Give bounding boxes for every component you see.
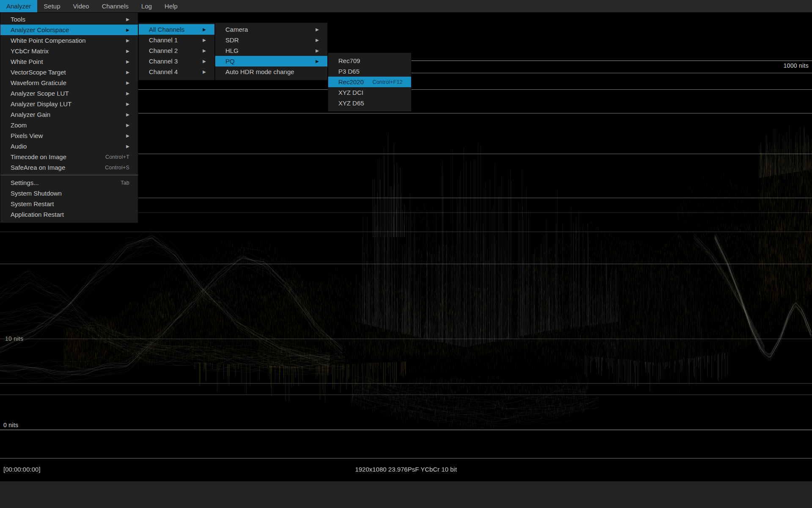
submenu-arrow-icon: ▶ bbox=[123, 134, 129, 138]
menu-item-label: XYZ DCI bbox=[338, 89, 363, 96]
submenu-arrow-icon: ▶ bbox=[123, 102, 129, 106]
menu-item-p3-d65[interactable]: P3 D65 bbox=[328, 66, 411, 77]
menu-item-analyzer-display-lut[interactable]: Analyzer Display LUT▶ bbox=[0, 99, 138, 109]
menu-item-analyzer-colorspace[interactable]: Analyzer Colorspace▶ bbox=[0, 25, 138, 35]
menu-item-auto-hdr-mode-change[interactable]: Auto HDR mode change bbox=[215, 66, 327, 77]
menu-item-white-point[interactable]: White Point▶ bbox=[0, 56, 138, 67]
menu-item-label: Camera bbox=[225, 26, 248, 33]
menu-item-label: YCbCr Matrix bbox=[11, 47, 49, 55]
shortcut-label: Control+F12 bbox=[373, 79, 403, 85]
menu-item-zoom[interactable]: Zoom▶ bbox=[0, 120, 138, 130]
shortcut-label: Control+S bbox=[105, 165, 129, 171]
submenu-arrow-icon: ▶ bbox=[123, 28, 129, 32]
menu-item-label: White Point Compensation bbox=[11, 37, 86, 44]
submenu-arrow-icon: ▶ bbox=[313, 38, 319, 42]
menu-item-channel-4[interactable]: Channel 4▶ bbox=[139, 66, 214, 77]
menu-item-label: Application Restart bbox=[11, 211, 64, 218]
menu-item-label: P3 D65 bbox=[338, 68, 359, 75]
menu-item-label: System Shutdown bbox=[11, 190, 62, 197]
submenu-arrow-icon: ▶ bbox=[200, 59, 206, 64]
submenu-arrow-icon: ▶ bbox=[200, 38, 206, 42]
submenu-arrow-icon: ▶ bbox=[123, 144, 129, 149]
menu-item-label: Pixels View bbox=[11, 132, 43, 139]
menu-item-ycbcr-matrix[interactable]: YCbCr Matrix▶ bbox=[0, 46, 138, 56]
menu-item-channel-3[interactable]: Channel 3▶ bbox=[139, 56, 214, 66]
menu-item-label: White Point bbox=[11, 58, 43, 65]
menu-item-label: Settings... bbox=[11, 179, 39, 186]
menu-item-rec2020[interactable]: Rec2020Control+F12 bbox=[328, 77, 411, 87]
menu-item-audio[interactable]: Audio▶ bbox=[0, 141, 138, 152]
analyzer-app-window: 1000 nits 10 nits 0 nits AnalyzerSetupVi… bbox=[0, 0, 812, 508]
menubar-item-channels[interactable]: Channels bbox=[96, 0, 135, 12]
menubar-item-analyzer[interactable]: Analyzer bbox=[0, 0, 37, 12]
menu-item-label: Timecode on Image bbox=[11, 153, 66, 160]
menu-item-safearea-on-image[interactable]: SafeArea on ImageControl+S bbox=[0, 162, 138, 173]
submenu-arrow-icon: ▶ bbox=[313, 49, 319, 53]
menu-item-label: All Channels bbox=[149, 26, 184, 33]
status-bar: [00:00:00:00] 1920x1080 23.976PsF YCbCr … bbox=[0, 461, 812, 477]
submenu-arrow-icon: ▶ bbox=[313, 28, 319, 32]
menu-item-xyz-d65[interactable]: XYZ D65 bbox=[328, 98, 411, 108]
menu-item-label: PQ bbox=[225, 58, 235, 65]
menu-item-white-point-compensation[interactable]: White Point Compensation▶ bbox=[0, 35, 138, 46]
menu-item-timecode-on-image[interactable]: Timecode on ImageControl+T bbox=[0, 152, 138, 162]
menu-item-all-channels[interactable]: All Channels▶ bbox=[139, 24, 214, 35]
menu-item-vectorscope-target[interactable]: VectorScope Target▶ bbox=[0, 67, 138, 77]
analyzer-menu-panel: Tools▶Analyzer Colorspace▶White Point Co… bbox=[0, 12, 138, 223]
menu-item-analyzer-scope-lut[interactable]: Analyzer Scope LUT▶ bbox=[0, 88, 138, 99]
menu-item-label: Zoom bbox=[11, 121, 27, 129]
menu-item-camera[interactable]: Camera▶ bbox=[215, 24, 327, 35]
submenu-arrow-icon: ▶ bbox=[123, 17, 129, 22]
menu-item-channel-1[interactable]: Channel 1▶ bbox=[139, 35, 214, 45]
menu-item-label: Rec2020 bbox=[338, 78, 364, 86]
menu-item-analyzer-gain[interactable]: Analyzer Gain▶ bbox=[0, 109, 138, 120]
submenu-arrow-icon: ▶ bbox=[200, 49, 206, 53]
submenu-arrow-icon: ▶ bbox=[123, 91, 129, 96]
menu-item-tools[interactable]: Tools▶ bbox=[0, 14, 138, 25]
menu-item-pq[interactable]: PQ▶ bbox=[215, 56, 327, 66]
menu-item-waveform-graticule[interactable]: Waveform Graticule▶ bbox=[0, 77, 138, 88]
submenu-arrow-icon: ▶ bbox=[200, 28, 206, 32]
shortcut-label: Control+T bbox=[105, 154, 129, 160]
menu-item-label: XYZ D65 bbox=[338, 99, 364, 107]
menu-item-label: VectorScope Target bbox=[11, 69, 66, 76]
menu-item-channel-2[interactable]: Channel 2▶ bbox=[139, 45, 214, 56]
menu-item-label: Waveform Graticule bbox=[11, 79, 66, 86]
colorspace-submenu-panel: Rec709P3 D65Rec2020Control+F12XYZ DCIXYZ… bbox=[328, 52, 411, 112]
menu-item-label: Channel 3 bbox=[149, 58, 178, 65]
submenu-arrow-icon: ▶ bbox=[123, 70, 129, 75]
menu-item-label: HLG bbox=[225, 47, 239, 54]
submenu-arrow-icon: ▶ bbox=[123, 49, 129, 53]
menu-bar: AnalyzerSetupVideoChannelsLogHelp bbox=[0, 0, 812, 12]
menu-item-system-restart[interactable]: System Restart bbox=[0, 199, 138, 209]
menu-item-pixels-view[interactable]: Pixels View▶ bbox=[0, 130, 138, 141]
menubar-item-log[interactable]: Log bbox=[135, 0, 158, 12]
menu-item-rec709[interactable]: Rec709 bbox=[328, 55, 411, 66]
shortcut-label: Tab bbox=[121, 180, 129, 186]
submenu-arrow-icon: ▶ bbox=[123, 39, 129, 43]
submenu-arrow-icon: ▶ bbox=[313, 59, 319, 64]
menu-item-application-restart[interactable]: Application Restart bbox=[0, 209, 138, 220]
submenu-arrow-icon: ▶ bbox=[200, 70, 206, 74]
menu-separator bbox=[0, 175, 138, 175]
mode-submenu-panel: Camera▶SDR▶HLG▶PQ▶Auto HDR mode change bbox=[215, 22, 328, 80]
menu-item-settings[interactable]: Settings...Tab bbox=[0, 177, 138, 188]
menu-item-label: System Restart bbox=[11, 200, 54, 207]
menu-item-label: Tools bbox=[11, 16, 25, 23]
menubar-item-setup[interactable]: Setup bbox=[37, 0, 66, 12]
menu-item-hlg[interactable]: HLG▶ bbox=[215, 45, 327, 56]
submenu-arrow-icon: ▶ bbox=[123, 123, 129, 127]
submenu-arrow-icon: ▶ bbox=[123, 81, 129, 85]
menubar-item-video[interactable]: Video bbox=[67, 0, 96, 12]
menu-item-sdr[interactable]: SDR▶ bbox=[215, 35, 327, 45]
menu-item-label: Channel 4 bbox=[149, 68, 178, 75]
footer-strip bbox=[0, 481, 812, 508]
menu-item-label: Audio bbox=[11, 143, 27, 150]
menu-item-label: Auto HDR mode change bbox=[225, 68, 294, 75]
menu-item-label: Analyzer Scope LUT bbox=[11, 90, 69, 97]
menu-item-label: Analyzer Display LUT bbox=[11, 100, 71, 108]
menubar-item-help[interactable]: Help bbox=[158, 0, 184, 12]
menu-item-xyz-dci[interactable]: XYZ DCI bbox=[328, 87, 411, 98]
menu-item-system-shutdown[interactable]: System Shutdown bbox=[0, 188, 138, 199]
menu-item-label: Analyzer Colorspace bbox=[11, 26, 69, 33]
